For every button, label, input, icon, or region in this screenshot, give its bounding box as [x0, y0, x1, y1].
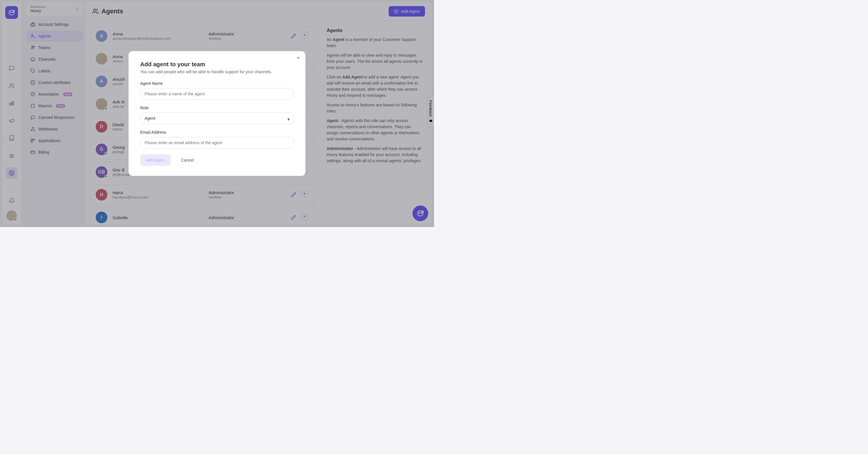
close-icon [296, 56, 300, 60]
modal-overlay[interactable]: Add agent to your team You can add peopl… [0, 0, 434, 227]
cancel-button[interactable]: Cancel [176, 154, 200, 166]
modal-subtitle: You can add people who will be able to h… [140, 69, 294, 74]
submit-button[interactable]: Add Agent [140, 154, 171, 166]
role-select[interactable]: Agent [140, 112, 294, 124]
add-agent-modal: Add agent to your team You can add peopl… [129, 51, 305, 176]
role-label: Role [140, 105, 294, 110]
agent-name-input[interactable] [140, 88, 294, 100]
modal-title: Add agent to your team [140, 61, 294, 68]
email-input[interactable] [140, 137, 294, 149]
agent-name-label: Agent Name [140, 81, 294, 86]
email-label: Email Address [140, 130, 294, 135]
close-button[interactable] [296, 56, 300, 60]
